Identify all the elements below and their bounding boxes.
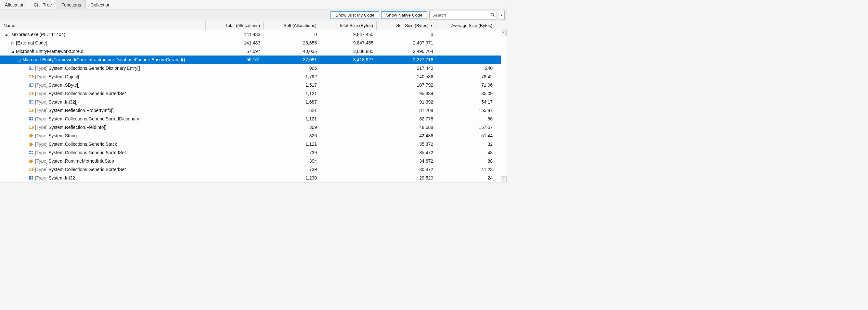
toolbar: Show Just My Code Show Native Code ▾: [0, 9, 507, 21]
cell-self-size: 35,472: [377, 150, 436, 155]
table-row[interactable]: ◿Microsoft.EntityFrameworkCore.Infrastru…: [0, 56, 501, 64]
cell-total-alloc: 141,483: [206, 40, 264, 45]
row-name: System.Reflection.FieldInfo[]: [49, 125, 106, 130]
expand-spacer: [23, 150, 28, 155]
cell-self-size: 35,872: [377, 141, 436, 147]
col-avg-size[interactable]: Average Size (Bytes): [436, 21, 496, 30]
tab-call-tree[interactable]: Call Tree: [29, 0, 57, 9]
cell-avg-size: 32: [436, 141, 496, 147]
table-row[interactable]: [Type] System.Collections.Generic.Sorted…: [0, 148, 501, 157]
search-options-dropdown[interactable]: ▾: [499, 11, 505, 20]
svg-rect-24: [32, 178, 33, 179]
expand-toggle-icon[interactable]: ◢: [4, 32, 8, 37]
cell-self-alloc: 26,655: [264, 40, 320, 45]
search-input[interactable]: [430, 12, 489, 19]
struct-type-icon: [29, 100, 34, 104]
cell-avg-size: 51.44: [436, 133, 496, 138]
table-row[interactable]: [Type] System.Reflection.PropertyInfo[]5…: [0, 106, 501, 114]
col-self-size[interactable]: Self Size (Bytes)▼: [377, 21, 436, 30]
type-tag: [Type]: [35, 133, 48, 138]
scroll-up-button[interactable]: ˄: [501, 30, 507, 36]
cell-self-alloc: 0: [264, 32, 320, 37]
cell-avg-size: 88: [436, 159, 496, 164]
type-tag: [Type]: [35, 74, 48, 79]
string-type-icon: [29, 133, 34, 138]
cell-self-alloc: 394: [264, 159, 320, 164]
cell-self-alloc: 309: [264, 125, 320, 130]
table-row[interactable]: [Type] System.Collections.Generic.Sorted…: [0, 114, 501, 123]
svg-rect-22: [29, 178, 31, 179]
cell-self-size: 140,536: [377, 74, 436, 79]
table-row[interactable]: [Type] System.Int32[]1,68791,39254.17: [0, 98, 501, 106]
cell-total-size: 9,847,455: [320, 40, 377, 45]
type-tag: [Type]: [35, 167, 48, 172]
cell-avg-size: 48: [436, 150, 496, 155]
svg-rect-20: [29, 168, 32, 171]
sort-indicator-icon: ▼: [430, 24, 433, 27]
table-row[interactable]: ◢Microsoft.EntityFrameworkCore.dll57,597…: [0, 47, 501, 56]
svg-rect-13: [32, 117, 33, 118]
expand-toggle-icon[interactable]: ◿: [17, 58, 22, 62]
table-row[interactable]: [Type] System.RuntimeMethodInfoStub39434…: [0, 157, 501, 165]
expand-spacer: [23, 159, 28, 163]
row-name: System.RuntimeMethodInfoStub: [49, 159, 114, 164]
svg-rect-5: [29, 84, 33, 87]
col-total-size[interactable]: Total Size (Bytes): [320, 21, 377, 30]
table-row[interactable]: ▷[External Code]141,48326,6559,847,4552,…: [0, 39, 501, 47]
row-name: System.Collections.Generic.SortedSet: [49, 91, 126, 96]
cell-avg-size: 157.57: [436, 125, 496, 130]
scroll-down-button[interactable]: ˅: [501, 176, 507, 182]
cell-self-alloc: 1,687: [264, 99, 320, 105]
expand-toggle-icon[interactable]: ◢: [10, 49, 15, 54]
expand-spacer: [23, 125, 28, 130]
svg-rect-18: [32, 151, 33, 152]
col-self-alloc[interactable]: Self (Allocations): [264, 21, 320, 30]
table-row[interactable]: [Type] System.Collections.Generic.Dictio…: [0, 64, 501, 72]
type-tag: [Type]: [35, 82, 48, 88]
cell-total-size: 3,418,927: [320, 57, 377, 62]
cell-self-alloc: 521: [264, 108, 320, 113]
table-row[interactable]: [Type] System.SByte[]1,517107,79271.06: [0, 81, 501, 89]
cell-self-alloc: 1,517: [264, 82, 320, 88]
table-row[interactable]: [Type] System.Reflection.FieldInfo[]3094…: [0, 123, 501, 132]
class-type-icon: [29, 167, 34, 172]
expand-spacer: [23, 100, 28, 104]
struct-type-icon: [29, 83, 34, 87]
cell-self-size: 2,497,971: [377, 40, 436, 45]
cell-self-alloc: 1,121: [264, 91, 320, 96]
cell-self-size: 42,486: [377, 133, 436, 138]
row-name: iisexpress.exe (PID: 11404): [9, 32, 65, 37]
col-total-alloc[interactable]: Total (Allocations): [206, 21, 264, 30]
tab-functions[interactable]: Functions: [57, 0, 86, 9]
search-icon[interactable]: [489, 12, 497, 19]
table-row[interactable]: [Type] System.Collections.Generic.Sorted…: [0, 165, 501, 174]
svg-rect-21: [29, 176, 31, 178]
table-row[interactable]: [Type] System.String82642,48651.44: [0, 132, 501, 140]
row-name: System.Collections.Generic.Dictionary.En…: [49, 66, 140, 71]
expand-spacer: [23, 167, 28, 172]
type-tag: [Type]: [35, 125, 48, 130]
cell-self-alloc: 1,230: [264, 175, 320, 180]
col-name[interactable]: Name: [0, 21, 206, 30]
cell-self-size: 30,472: [377, 167, 436, 172]
show-just-my-code-button[interactable]: Show Just My Code: [331, 11, 379, 19]
view-tabs: Allocation Call Tree Functions Collectio…: [0, 0, 507, 9]
row-name: System.Int32: [49, 175, 75, 180]
expand-spacer: [23, 83, 28, 87]
cell-self-size: 217,440: [377, 66, 436, 71]
search-box[interactable]: [429, 11, 497, 20]
cell-self-size: 0: [377, 32, 436, 37]
svg-rect-23: [32, 176, 33, 178]
table-row[interactable]: ◢iisexpress.exe (PID: 11404)141,48309,84…: [0, 30, 501, 39]
show-native-code-button[interactable]: Show Native Code: [381, 11, 427, 19]
expand-toggle-icon[interactable]: ▷: [10, 41, 15, 45]
table-row[interactable]: [Type] System.Object[]1,792140,53678.42: [0, 72, 501, 81]
tab-collection[interactable]: Collection: [86, 0, 115, 9]
table-row[interactable]: [Type] System.Collections.Generic.Stack1…: [0, 140, 501, 148]
cell-avg-size: 71.06: [436, 82, 496, 88]
table-row[interactable]: [Type] System.Int321,23029,52024: [0, 174, 501, 182]
row-name: System.SByte[]: [49, 82, 80, 88]
tab-allocation[interactable]: Allocation: [0, 0, 29, 9]
table-row[interactable]: [Type] System.Collections.Generic.Sorted…: [0, 89, 501, 98]
type-tag: [Type]: [35, 116, 48, 122]
